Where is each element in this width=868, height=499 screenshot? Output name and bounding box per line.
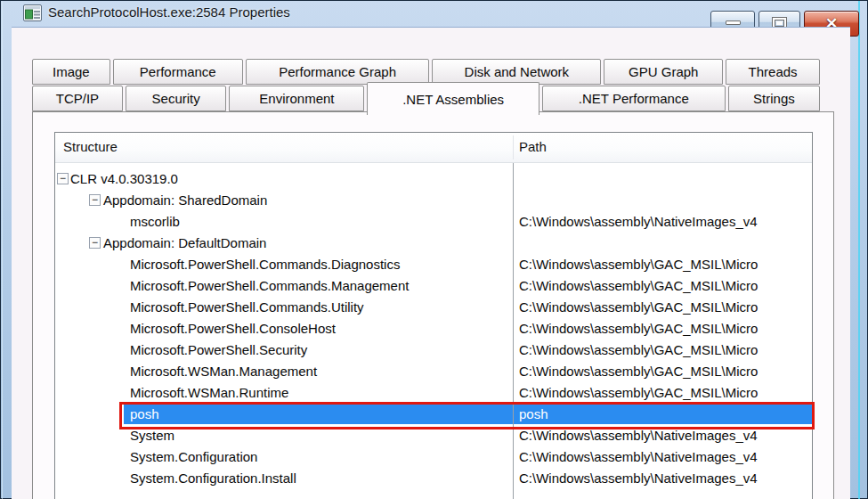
tab-label: Security [152, 91, 200, 106]
tab-threads[interactable]: Threads [726, 59, 820, 85]
tab-label: Strings [753, 91, 795, 106]
assembly-path: C:\Windows\assembly\GAC_MSIL\Micro [519, 257, 811, 272]
tab-performance-graph[interactable]: Performance Graph [246, 59, 429, 85]
tab-net-performance[interactable]: .NET Performance [542, 86, 726, 111]
column-header-structure[interactable]: Structure [63, 139, 118, 154]
window-title: SearchProtocolHost.exe:2584 Properties [48, 4, 290, 20]
assembly-name: System [130, 428, 174, 443]
table-row[interactable]: Microsoft.PowerShell.Commands.Management… [55, 275, 812, 297]
assembly-path: C:\Windows\assembly\NativeImages_v4 [519, 428, 811, 443]
assembly-name: Microsoft.PowerShell.ConsoleHost [130, 321, 336, 336]
assembly-name: Microsoft.PowerShell.Security [130, 342, 307, 357]
tab-label: Threads [749, 64, 798, 79]
assembly-path: C:\Windows\assembly\NativeImages_v4 [519, 214, 811, 229]
assembly-path: C:\Windows\assembly\GAC_MSIL\Micro [519, 364, 811, 379]
tab-image[interactable]: Image [32, 59, 110, 85]
table-row[interactable]: Microsoft.WSMan.RuntimeC:\Windows\assemb… [55, 382, 812, 404]
assembly-name: posh [130, 406, 159, 421]
tab-disk-and-network[interactable]: Disk and Network [432, 59, 601, 85]
table-row[interactable]: −Appdomain: DefaultDomain [55, 233, 812, 254]
assembly-name: Microsoft.WSMan.Runtime [130, 385, 288, 400]
tab-label: Environment [259, 91, 334, 106]
minimize-icon [726, 20, 741, 25]
titlebar[interactable]: SearchProtocolHost.exe:2584 Properties ✕ [0, 0, 868, 27]
tab-row-2: TCP/IPSecurityEnvironment.NET Assemblies… [32, 86, 820, 112]
tab-label: .NET Assemblies [402, 92, 504, 107]
assembly-name: Microsoft.PowerShell.Commands.Management [130, 278, 409, 293]
assembly-path: C:\Windows\assembly\NativeImages_v4 [519, 449, 811, 464]
window-border-accent-left [2, 1, 3, 499]
tab-label: GPU Graph [629, 64, 698, 79]
tab-environment[interactable]: Environment [229, 86, 364, 111]
assembly-path: C:\Windows\assembly\GAC_MSIL\Micro [519, 299, 811, 315]
collapse-icon[interactable]: − [89, 194, 101, 206]
app-icon [23, 4, 42, 21]
tab-performance[interactable]: Performance [113, 59, 243, 85]
window-border-accent-right [858, 1, 860, 499]
table-row[interactable]: poshposh [55, 404, 812, 425]
tab-strings[interactable]: Strings [728, 86, 820, 111]
assembly-name: mscorlib [130, 214, 180, 229]
table-row[interactable]: System.ConfigurationC:\Windows\assembly\… [55, 446, 812, 468]
tab-security[interactable]: Security [126, 86, 226, 111]
table-row[interactable]: Microsoft.PowerShell.SecurityC:\Windows\… [55, 339, 812, 361]
assembly-name: Microsoft.WSMan.Management [130, 364, 317, 379]
assembly-name: Appdomain: DefaultDomain [103, 235, 266, 250]
column-divider-handle[interactable] [513, 135, 514, 160]
tab-label: TCP/IP [56, 91, 99, 106]
column-header-path[interactable]: Path [519, 139, 547, 154]
assembly-path: posh [519, 406, 811, 421]
assembly-name: System.Configuration [130, 449, 257, 464]
assembly-path: C:\Windows\assembly\NativeImages_v4 [519, 470, 811, 486]
table-row[interactable]: −CLR v4.0.30319.0 [55, 168, 812, 190]
table-row[interactable]: Microsoft.PowerShell.Commands.UtilityC:\… [55, 297, 812, 318]
collapse-icon[interactable]: − [57, 173, 69, 184]
properties-window: SearchProtocolHost.exe:2584 Properties ✕… [0, 0, 868, 499]
tab-label: Performance Graph [279, 64, 396, 79]
assembly-name: System.Configuration.Install [130, 470, 296, 486]
assembly-name: CLR v4.0.30319.0 [70, 171, 178, 186]
table-row[interactable]: Microsoft.PowerShell.Commands.Diagnostic… [55, 254, 812, 275]
table-row[interactable]: SystemC:\Windows\assembly\NativeImages_v… [55, 425, 812, 446]
list-header: Structure Path [55, 133, 812, 163]
table-row[interactable]: System.Configuration.InstallC:\Windows\a… [55, 468, 812, 489]
list-body: −CLR v4.0.30319.0−Appdomain: SharedDomai… [55, 163, 812, 499]
table-row[interactable]: Microsoft.WSMan.ManagementC:\Windows\ass… [55, 361, 812, 382]
tab-label: Disk and Network [465, 64, 570, 79]
tab-tcp-ip[interactable]: TCP/IP [32, 86, 123, 111]
tab-label: Image [53, 64, 90, 79]
table-row[interactable]: Microsoft.PowerShell.ConsoleHostC:\Windo… [55, 318, 812, 339]
tab-label: .NET Performance [579, 91, 689, 106]
tab-net-assemblies[interactable]: .NET Assemblies [367, 82, 539, 115]
table-row[interactable]: −Appdomain: SharedDomain [55, 190, 812, 211]
table-row[interactable]: mscorlibC:\Windows\assembly\NativeImages… [55, 211, 812, 233]
assembly-name: Microsoft.PowerShell.Commands.Diagnostic… [130, 257, 400, 272]
collapse-icon[interactable]: − [89, 237, 101, 249]
assembly-path: C:\Windows\assembly\GAC_MSIL\Micro [519, 385, 811, 400]
assembly-name: Appdomain: SharedDomain [103, 192, 267, 208]
tab-gpu-graph[interactable]: GPU Graph [604, 59, 723, 85]
assembly-path: C:\Windows\assembly\GAC_MSIL\Micro [519, 342, 811, 357]
assembly-name: Microsoft.PowerShell.Commands.Utility [130, 299, 364, 315]
assemblies-list: Structure Path −CLR v4.0.30319.0−Appdoma… [54, 132, 813, 499]
assembly-path: C:\Windows\assembly\GAC_MSIL\Micro [519, 321, 811, 336]
assembly-path: C:\Windows\assembly\GAC_MSIL\Micro [519, 278, 811, 293]
tab-label: Performance [140, 64, 216, 79]
